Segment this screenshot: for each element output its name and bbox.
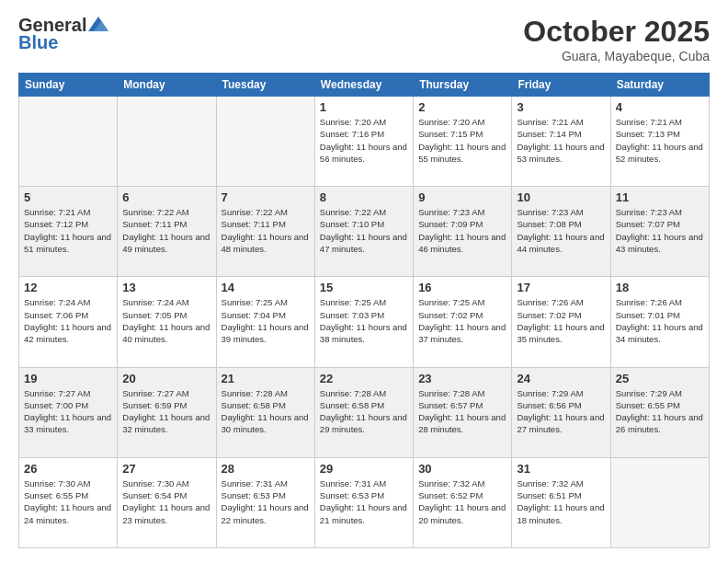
- weekday-header-row: Sunday Monday Tuesday Wednesday Thursday…: [19, 74, 710, 97]
- day-info: Sunrise: 7:30 AMSunset: 6:55 PMDaylight:…: [24, 477, 112, 526]
- day-number: 9: [418, 190, 506, 204]
- table-row: 5Sunrise: 7:21 AMSunset: 7:12 PMDaylight…: [19, 187, 118, 277]
- table-row: 28Sunrise: 7:31 AMSunset: 6:53 PMDayligh…: [216, 457, 314, 547]
- table-row: 24Sunrise: 7:29 AMSunset: 6:56 PMDayligh…: [512, 367, 610, 457]
- day-number: 3: [517, 100, 605, 114]
- day-number: 22: [320, 372, 408, 385]
- day-number: 27: [122, 462, 210, 476]
- day-number: 24: [517, 372, 605, 385]
- table-row: 27Sunrise: 7:30 AMSunset: 6:54 PMDayligh…: [118, 457, 216, 547]
- day-number: 16: [418, 281, 506, 294]
- day-info: Sunrise: 7:32 AMSunset: 6:52 PMDaylight:…: [418, 477, 506, 526]
- day-info: Sunrise: 7:23 AMSunset: 7:07 PMDaylight:…: [616, 206, 704, 255]
- day-number: 25: [616, 372, 704, 385]
- day-number: 10: [517, 190, 605, 204]
- day-info: Sunrise: 7:24 AMSunset: 7:05 PMDaylight:…: [122, 296, 210, 345]
- day-number: 2: [418, 100, 506, 114]
- day-number: 11: [616, 190, 704, 204]
- calendar-table: Sunday Monday Tuesday Wednesday Thursday…: [18, 73, 710, 548]
- day-number: 31: [517, 462, 605, 476]
- calendar-week-row: 12Sunrise: 7:24 AMSunset: 7:06 PMDayligh…: [19, 277, 710, 367]
- logo: General Blue: [18, 15, 108, 53]
- day-number: 20: [122, 372, 210, 385]
- day-info: Sunrise: 7:20 AMSunset: 7:15 PMDaylight:…: [418, 116, 506, 165]
- day-number: 23: [418, 372, 506, 385]
- day-info: Sunrise: 7:26 AMSunset: 7:02 PMDaylight:…: [517, 296, 605, 345]
- table-row: [610, 457, 709, 547]
- day-info: Sunrise: 7:31 AMSunset: 6:53 PMDaylight:…: [222, 477, 310, 526]
- table-row: 3Sunrise: 7:21 AMSunset: 7:14 PMDaylight…: [512, 97, 610, 187]
- table-row: 4Sunrise: 7:21 AMSunset: 7:13 PMDaylight…: [610, 97, 709, 187]
- table-row: 10Sunrise: 7:23 AMSunset: 7:08 PMDayligh…: [512, 187, 610, 277]
- day-info: Sunrise: 7:28 AMSunset: 6:58 PMDaylight:…: [320, 387, 408, 436]
- day-number: 29: [320, 462, 408, 476]
- table-row: 30Sunrise: 7:32 AMSunset: 6:52 PMDayligh…: [414, 457, 512, 547]
- day-info: Sunrise: 7:27 AMSunset: 7:00 PMDaylight:…: [24, 387, 112, 436]
- table-row: 13Sunrise: 7:24 AMSunset: 7:05 PMDayligh…: [118, 277, 216, 367]
- day-info: Sunrise: 7:27 AMSunset: 6:59 PMDaylight:…: [122, 387, 210, 436]
- logo-blue: Blue: [18, 32, 58, 53]
- day-number: 21: [222, 372, 310, 385]
- day-info: Sunrise: 7:28 AMSunset: 6:58 PMDaylight:…: [222, 387, 310, 436]
- day-number: 8: [320, 190, 408, 204]
- day-info: Sunrise: 7:31 AMSunset: 6:53 PMDaylight:…: [320, 477, 408, 526]
- table-row: 29Sunrise: 7:31 AMSunset: 6:53 PMDayligh…: [314, 457, 413, 547]
- day-number: 26: [24, 462, 112, 476]
- table-row: 23Sunrise: 7:28 AMSunset: 6:57 PMDayligh…: [414, 367, 512, 457]
- table-row: 6Sunrise: 7:22 AMSunset: 7:11 PMDaylight…: [118, 187, 216, 277]
- calendar-week-row: 19Sunrise: 7:27 AMSunset: 7:00 PMDayligh…: [19, 367, 710, 457]
- day-info: Sunrise: 7:21 AMSunset: 7:14 PMDaylight:…: [517, 116, 605, 165]
- table-row: [19, 97, 118, 187]
- day-info: Sunrise: 7:26 AMSunset: 7:01 PMDaylight:…: [616, 296, 704, 345]
- table-row: 11Sunrise: 7:23 AMSunset: 7:07 PMDayligh…: [610, 187, 709, 277]
- table-row: 25Sunrise: 7:29 AMSunset: 6:55 PMDayligh…: [610, 367, 709, 457]
- day-info: Sunrise: 7:28 AMSunset: 6:57 PMDaylight:…: [418, 387, 506, 436]
- day-info: Sunrise: 7:22 AMSunset: 7:10 PMDaylight:…: [320, 206, 408, 255]
- day-info: Sunrise: 7:29 AMSunset: 6:55 PMDaylight:…: [616, 387, 704, 436]
- day-number: 12: [24, 281, 112, 294]
- table-row: 20Sunrise: 7:27 AMSunset: 6:59 PMDayligh…: [118, 367, 216, 457]
- day-info: Sunrise: 7:20 AMSunset: 7:16 PMDaylight:…: [320, 116, 408, 165]
- day-info: Sunrise: 7:23 AMSunset: 7:08 PMDaylight:…: [517, 206, 605, 255]
- day-number: 7: [222, 190, 310, 204]
- title-section: October 2025 Guara, Mayabeque, Cuba: [523, 15, 710, 63]
- table-row: 14Sunrise: 7:25 AMSunset: 7:04 PMDayligh…: [216, 277, 314, 367]
- day-info: Sunrise: 7:22 AMSunset: 7:11 PMDaylight:…: [122, 206, 210, 255]
- page: General Blue October 2025 Guara, Mayabeq…: [0, 0, 728, 563]
- table-row: 19Sunrise: 7:27 AMSunset: 7:00 PMDayligh…: [19, 367, 118, 457]
- table-row: 7Sunrise: 7:22 AMSunset: 7:11 PMDaylight…: [216, 187, 314, 277]
- day-number: 17: [517, 281, 605, 294]
- calendar-week-row: 26Sunrise: 7:30 AMSunset: 6:55 PMDayligh…: [19, 457, 710, 547]
- table-row: 15Sunrise: 7:25 AMSunset: 7:03 PMDayligh…: [314, 277, 413, 367]
- day-number: 14: [222, 281, 310, 294]
- day-number: 13: [122, 281, 210, 294]
- day-info: Sunrise: 7:25 AMSunset: 7:03 PMDaylight:…: [320, 296, 408, 345]
- day-info: Sunrise: 7:29 AMSunset: 6:56 PMDaylight:…: [517, 387, 605, 436]
- day-number: 1: [320, 100, 408, 114]
- day-info: Sunrise: 7:32 AMSunset: 6:51 PMDaylight:…: [517, 477, 605, 526]
- table-row: 1Sunrise: 7:20 AMSunset: 7:16 PMDaylight…: [314, 97, 413, 187]
- table-row: 9Sunrise: 7:23 AMSunset: 7:09 PMDaylight…: [414, 187, 512, 277]
- day-info: Sunrise: 7:23 AMSunset: 7:09 PMDaylight:…: [418, 206, 506, 255]
- day-number: 19: [24, 372, 112, 385]
- day-info: Sunrise: 7:21 AMSunset: 7:13 PMDaylight:…: [616, 116, 704, 165]
- day-number: 4: [616, 100, 704, 114]
- header-saturday: Saturday: [610, 74, 709, 97]
- day-info: Sunrise: 7:22 AMSunset: 7:11 PMDaylight:…: [222, 206, 310, 255]
- logo-icon: [88, 17, 108, 31]
- header: General Blue October 2025 Guara, Mayabeq…: [18, 15, 710, 63]
- table-row: 18Sunrise: 7:26 AMSunset: 7:01 PMDayligh…: [610, 277, 709, 367]
- day-number: 28: [222, 462, 310, 476]
- table-row: [118, 97, 216, 187]
- location-subtitle: Guara, Mayabeque, Cuba: [523, 49, 710, 63]
- header-monday: Monday: [118, 74, 216, 97]
- day-number: 30: [418, 462, 506, 476]
- day-info: Sunrise: 7:30 AMSunset: 6:54 PMDaylight:…: [122, 477, 210, 526]
- day-number: 5: [24, 190, 112, 204]
- header-wednesday: Wednesday: [314, 74, 413, 97]
- header-tuesday: Tuesday: [216, 74, 314, 97]
- table-row: 8Sunrise: 7:22 AMSunset: 7:10 PMDaylight…: [314, 187, 413, 277]
- calendar-week-row: 5Sunrise: 7:21 AMSunset: 7:12 PMDaylight…: [19, 187, 710, 277]
- day-number: 18: [616, 281, 704, 294]
- table-row: 17Sunrise: 7:26 AMSunset: 7:02 PMDayligh…: [512, 277, 610, 367]
